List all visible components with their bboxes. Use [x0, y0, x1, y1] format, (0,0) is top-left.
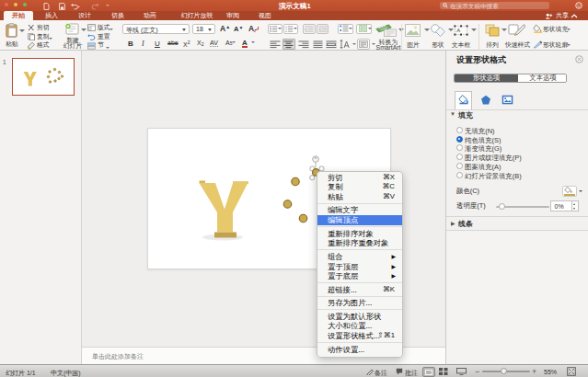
svg-text:A: A [456, 28, 460, 33]
